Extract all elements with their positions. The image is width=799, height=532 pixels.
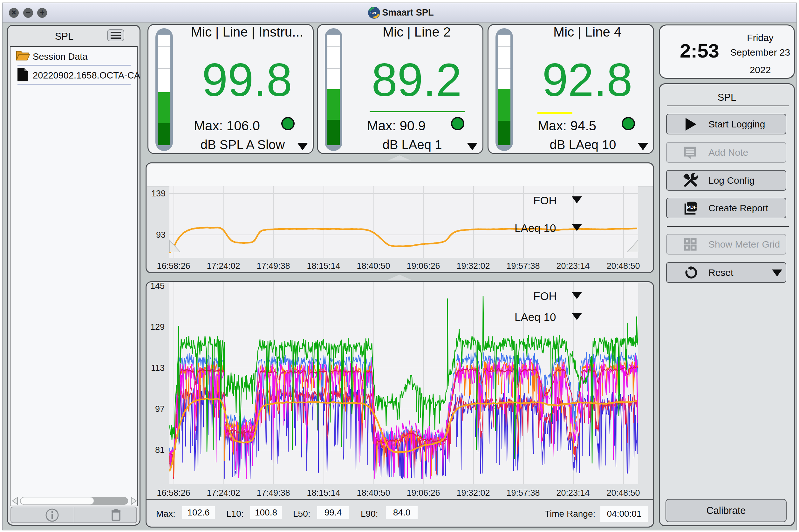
svg-text:SPL: SPL	[370, 11, 377, 15]
svg-text:PDF: PDF	[687, 204, 697, 209]
